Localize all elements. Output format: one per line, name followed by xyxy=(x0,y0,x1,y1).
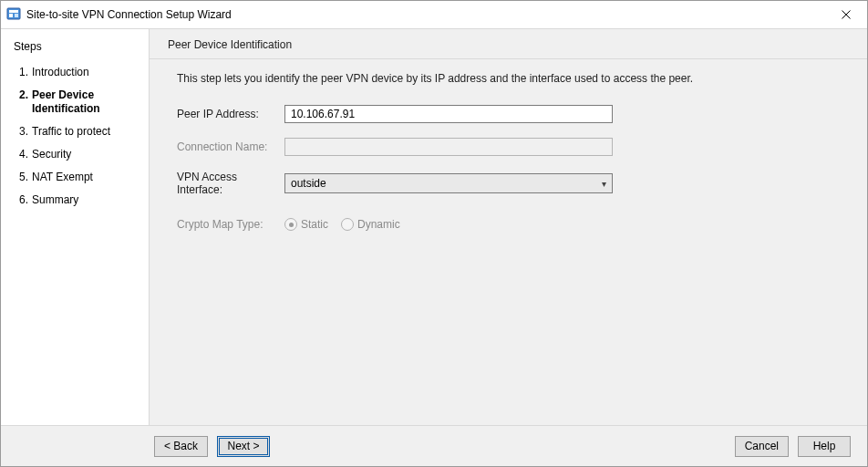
steps-sidebar: Steps 1. Introduction 2. Peer Device Ide… xyxy=(1,29,149,425)
back-button[interactable]: < Back xyxy=(154,436,208,457)
vpn-interface-value: outside xyxy=(291,177,326,190)
content-header: Peer Device Identification xyxy=(150,29,867,59)
steps-list: 1. Introduction 2. Peer Device Identific… xyxy=(14,62,140,213)
step-security[interactable]: 4. Security xyxy=(14,144,140,167)
app-icon xyxy=(6,6,21,24)
label-connection-name: Connection Name: xyxy=(177,140,284,153)
step-description: This step lets you identify the peer VPN… xyxy=(177,72,849,85)
titlebar: Site-to-site VPN Connection Setup Wizard xyxy=(1,1,867,29)
radio-dot-icon xyxy=(284,218,297,231)
peer-ip-input[interactable] xyxy=(284,105,613,123)
label-peer-ip: Peer IP Address: xyxy=(177,108,284,120)
row-crypto-map-type: Crypto Map Type: Static Dynamic xyxy=(177,218,849,231)
window-title: Site-to-site VPN Connection Setup Wizard xyxy=(26,8,232,21)
main-area: Steps 1. Introduction 2. Peer Device Ide… xyxy=(1,29,867,425)
vpn-interface-select[interactable]: outside ▾ xyxy=(284,173,613,193)
step-peer-device-identification[interactable]: 2. Peer Device Identification xyxy=(14,85,140,121)
radio-static: Static xyxy=(284,218,328,231)
connection-name-input xyxy=(284,138,613,156)
chevron-down-icon: ▾ xyxy=(602,179,606,189)
steps-heading: Steps xyxy=(14,40,140,53)
step-introduction[interactable]: 1. Introduction xyxy=(14,62,140,85)
step-nat-exempt[interactable]: 5. NAT Exempt xyxy=(14,167,140,190)
help-button[interactable]: Help xyxy=(798,436,851,457)
cancel-button[interactable]: Cancel xyxy=(735,436,789,457)
radio-dynamic: Dynamic xyxy=(341,218,400,231)
wizard-footer: < Back Next > Cancel Help xyxy=(1,425,867,466)
close-button[interactable] xyxy=(825,1,867,28)
radio-dot-icon xyxy=(341,218,354,231)
close-icon xyxy=(842,10,851,19)
content-body: This step lets you identify the peer VPN… xyxy=(150,59,867,425)
row-peer-ip: Peer IP Address: xyxy=(177,105,849,123)
label-vpn-interface: VPN Access Interface: xyxy=(177,171,284,196)
crypto-radio-group: Static Dynamic xyxy=(284,218,400,231)
label-crypto-map-type: Crypto Map Type: xyxy=(177,218,284,231)
step-summary[interactable]: 6. Summary xyxy=(14,190,140,213)
svg-rect-1 xyxy=(9,10,18,13)
content-panel: Peer Device Identification This step let… xyxy=(149,29,867,425)
wizard-window: Site-to-site VPN Connection Setup Wizard… xyxy=(0,0,868,467)
step-traffic-to-protect[interactable]: 3. Traffic to protect xyxy=(14,121,140,144)
svg-rect-3 xyxy=(15,14,18,17)
svg-rect-2 xyxy=(9,14,13,17)
next-button[interactable]: Next > xyxy=(217,436,270,457)
row-vpn-interface: VPN Access Interface: outside ▾ xyxy=(177,171,849,196)
row-connection-name: Connection Name: xyxy=(177,138,849,156)
